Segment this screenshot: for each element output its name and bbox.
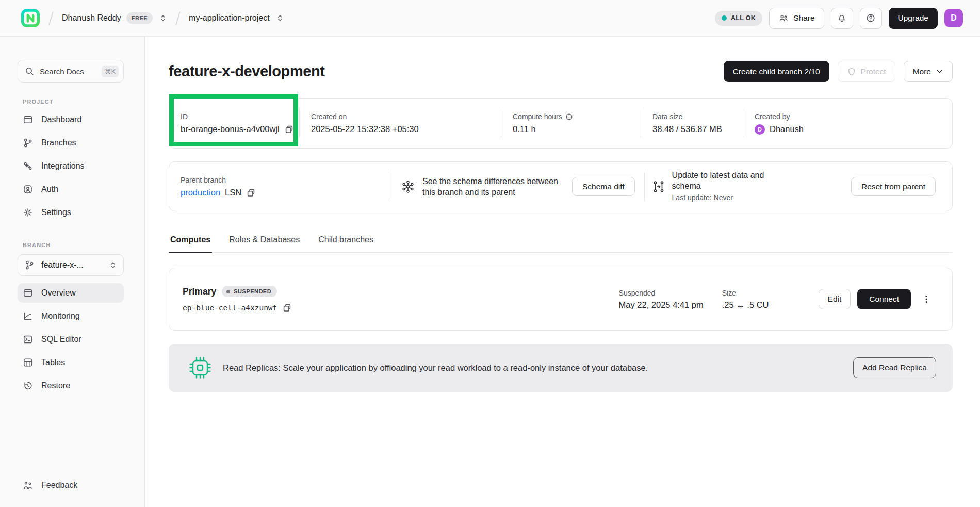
sidebar-item-integrations[interactable]: Integrations <box>18 156 124 176</box>
free-plan-badge: FREE <box>126 12 153 24</box>
branch-section-label: BRANCH <box>23 242 124 248</box>
notifications-button[interactable] <box>831 8 853 29</box>
chart-icon <box>23 311 33 321</box>
sidebar-item-dashboard[interactable]: Dashboard <box>18 110 124 129</box>
compute-menu-button[interactable] <box>919 292 934 306</box>
sidebar-item-auth[interactable]: Auth <box>18 179 124 199</box>
upgrade-button[interactable]: Upgrade <box>889 8 938 29</box>
feedback-label: Feedback <box>41 481 77 490</box>
info-icon[interactable] <box>565 113 573 121</box>
created-on-label: Created on <box>311 112 501 121</box>
compute-status-label: SUSPENDED <box>234 288 271 295</box>
sidebar-item-tables[interactable]: Tables <box>18 353 124 372</box>
suspended-dot <box>226 290 230 293</box>
status-label: ALL OK <box>731 14 756 22</box>
breadcrumb-divider <box>48 11 54 25</box>
schema-diff-button-label: Schema diff <box>582 182 625 191</box>
size-value: .25 ↔ .5 CU <box>722 300 769 310</box>
sidebar-item-restore[interactable]: Restore <box>18 376 124 396</box>
protect-label: Protect <box>861 67 886 76</box>
divider <box>388 172 388 201</box>
last-update-label: Last update: Never <box>672 192 778 203</box>
page-title: feature-x-development <box>169 63 325 80</box>
neon-logo-icon[interactable] <box>21 8 40 28</box>
share-button[interactable]: Share <box>769 8 824 29</box>
breadcrumb-divider <box>175 11 181 25</box>
compute-hours-value: 0.11 h <box>513 124 641 134</box>
edit-compute-button[interactable]: Edit <box>819 289 851 309</box>
kebab-menu-icon <box>921 294 932 304</box>
copy-icon <box>246 188 256 198</box>
parent-branch-link[interactable]: production <box>181 188 220 198</box>
copy-branch-id-button[interactable] <box>284 124 294 134</box>
create-child-branch-label: Create child branch 2/10 <box>733 67 820 76</box>
users-icon <box>778 13 789 23</box>
project-breadcrumb[interactable]: my-application-project <box>189 13 284 23</box>
search-docs-input[interactable]: Search Docs ⌘K <box>18 60 124 83</box>
sidebar-item-overview[interactable]: Overview <box>18 283 124 303</box>
size-label: Size <box>722 289 769 297</box>
parent-branch-label: Parent branch <box>181 176 388 184</box>
read-replica-description: Read Replicas: Scale your application by… <box>223 363 648 373</box>
add-read-replica-button[interactable]: Add Read Replica <box>853 357 936 378</box>
org-breadcrumb[interactable]: Dhanush Reddy FREE <box>62 12 167 24</box>
sidebar-item-label: Restore <box>41 381 70 390</box>
reset-from-parent-button[interactable]: Reset from parent <box>851 177 936 196</box>
compute-card: Primary SUSPENDED ep-blue-cell-a4xzunwf … <box>169 268 953 331</box>
feedback-button[interactable]: Feedback <box>18 480 124 490</box>
copy-lsn-button[interactable] <box>246 188 256 198</box>
suspended-value: May 22, 2025 4:41 pm <box>619 300 704 310</box>
tab-computes[interactable]: Computes <box>169 235 212 252</box>
protect-button[interactable]: Protect <box>838 61 895 82</box>
sidebar: Search Docs ⌘K PROJECT Dashboard Branche… <box>0 37 145 507</box>
search-shortcut-badge: ⌘K <box>102 66 119 77</box>
read-replica-banner: Read Replicas: Scale your application by… <box>169 344 953 392</box>
auth-user-icon <box>23 184 33 194</box>
branch-info-card: ID br-orange-bonus-a4v00wjl Created on 2… <box>169 98 953 149</box>
copy-endpoint-id-button[interactable] <box>282 303 292 313</box>
sidebar-item-label: Auth <box>41 185 58 194</box>
shield-icon <box>847 67 856 76</box>
top-header: Dhanush Reddy FREE my-application-projec… <box>0 0 980 37</box>
create-child-branch-button[interactable]: Create child branch 2/10 <box>724 61 829 82</box>
divider <box>644 172 645 201</box>
sidebar-item-label: SQL Editor <box>41 335 81 344</box>
table-icon <box>23 357 33 368</box>
git-branch-icon <box>23 138 33 148</box>
schema-diff-button[interactable]: Schema diff <box>572 177 635 196</box>
created-by-value: Dhanush <box>770 124 804 134</box>
feedback-people-icon <box>23 480 33 490</box>
branch-selector-value: feature-x-... <box>41 260 84 270</box>
edit-label: Edit <box>828 295 842 304</box>
user-avatar[interactable]: D <box>944 9 963 27</box>
branch-selector[interactable]: feature-x-... <box>18 254 124 276</box>
data-size-value: 38.48 / 536.87 MB <box>652 124 743 134</box>
terminal-icon <box>23 334 33 345</box>
cpu-chip-icon <box>188 356 212 380</box>
sidebar-item-branches[interactable]: Branches <box>18 133 124 153</box>
sidebar-item-label: Branches <box>41 138 76 148</box>
tab-child-branches[interactable]: Child branches <box>317 235 375 252</box>
created-by-label: Created by <box>755 112 952 121</box>
project-section-label: PROJECT <box>23 99 124 105</box>
copy-icon <box>284 124 294 134</box>
sidebar-item-monitoring[interactable]: Monitoring <box>18 306 124 326</box>
bell-icon <box>837 13 847 23</box>
gear-icon <box>23 207 33 218</box>
sidebar-item-settings[interactable]: Settings <box>18 203 124 222</box>
help-button[interactable] <box>860 8 882 29</box>
add-read-replica-label: Add Read Replica <box>862 363 927 372</box>
org-name: Dhanush Reddy <box>62 13 121 23</box>
overview-icon <box>23 288 33 298</box>
help-icon <box>865 13 876 23</box>
more-button[interactable]: More <box>904 61 953 82</box>
status-badge[interactable]: ALL OK <box>715 11 762 26</box>
main-content: feature-x-development Create child branc… <box>145 37 980 507</box>
endpoint-id: ep-blue-cell-a4xzunwf <box>183 304 277 312</box>
sidebar-item-sql-editor[interactable]: SQL Editor <box>18 330 124 349</box>
connect-label: Connect <box>869 295 899 304</box>
compute-name: Primary <box>183 286 216 297</box>
status-ok-dot <box>722 15 727 21</box>
tab-roles-databases[interactable]: Roles & Databases <box>227 235 301 252</box>
connect-button[interactable]: Connect <box>857 289 911 309</box>
